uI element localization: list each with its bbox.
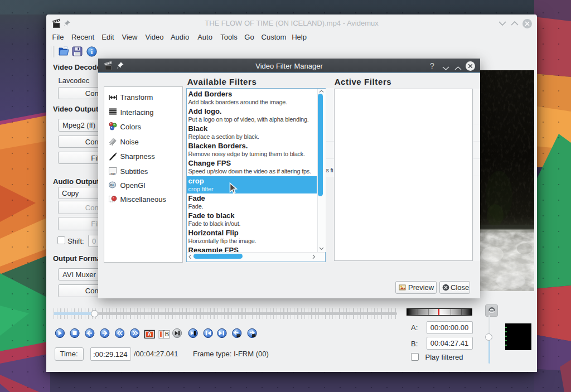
svg-text:GL: GL — [110, 183, 115, 187]
svg-text:A: A — [147, 331, 152, 337]
svg-text:ABC: ABC — [110, 173, 116, 176]
svg-text:B: B — [165, 331, 169, 337]
svg-text:i: i — [91, 47, 93, 56]
